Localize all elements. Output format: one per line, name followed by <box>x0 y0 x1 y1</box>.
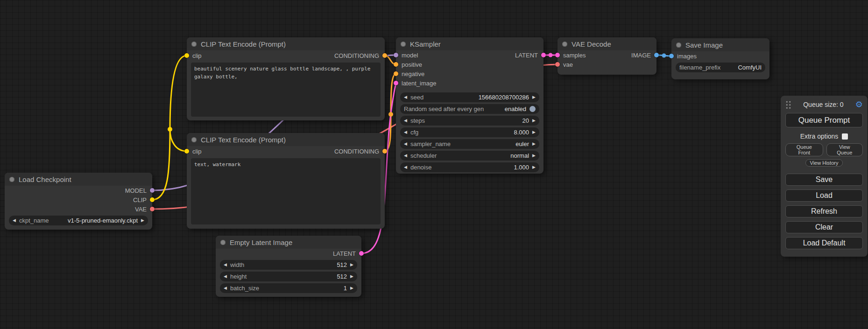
ckpt-name-widget[interactable]: ◀ ckpt_name v1-5-pruned-emaonly.ckpt ▶ <box>9 216 148 225</box>
collapse-dot-icon[interactable] <box>562 42 567 47</box>
width-widget[interactable]: ◀ width 512 ▶ <box>220 260 357 270</box>
node-vae-decode[interactable]: VAE Decode samples IMAGE vae <box>557 37 656 75</box>
positive-prompt-textarea[interactable]: beautiful scenery nature glass bottle la… <box>191 63 381 117</box>
vae-input-port[interactable] <box>555 62 560 67</box>
increment-arrow-icon[interactable]: ▶ <box>350 263 353 267</box>
sampler-name-widget[interactable]: ◀ sampler_name euler ▶ <box>400 139 539 149</box>
save-button[interactable]: Save <box>785 174 863 186</box>
reroute-dot-clip[interactable] <box>168 127 172 132</box>
decrement-arrow-icon[interactable]: ◀ <box>404 95 407 99</box>
node-title-text: Save Image <box>685 41 723 49</box>
denoise-widget[interactable]: ◀ denoise 1.000 ▶ <box>400 162 539 172</box>
widget-label: seed <box>410 94 423 101</box>
view-queue-button[interactable]: View Queue <box>826 143 863 156</box>
decrement-arrow-icon[interactable]: ◀ <box>404 119 407 123</box>
clip-positive-title-bar[interactable]: CLIP Text Encode (Prompt) <box>187 37 385 50</box>
clip-input-port[interactable] <box>184 53 189 58</box>
negative-prompt-textarea[interactable]: text, watermark <box>191 158 381 224</box>
increment-arrow-icon[interactable]: ▶ <box>532 165 536 169</box>
ksampler-title-bar[interactable]: KSampler <box>396 37 543 50</box>
refresh-button[interactable]: Refresh <box>785 205 863 217</box>
decrement-arrow-icon[interactable]: ◀ <box>224 263 227 267</box>
model-output-port[interactable] <box>150 188 155 193</box>
vae-decode-title-bar[interactable]: VAE Decode <box>557 37 656 50</box>
node-ksampler[interactable]: KSampler model LATENT positive negative … <box>396 37 543 174</box>
collapse-dot-icon[interactable] <box>191 42 197 47</box>
collapse-dot-icon[interactable] <box>401 42 406 47</box>
increment-arrow-icon[interactable]: ▶ <box>350 274 353 279</box>
port-label-positive-input: positive <box>402 61 422 68</box>
model-input-port[interactable] <box>394 53 398 57</box>
clear-button[interactable]: Clear <box>785 221 863 233</box>
steps-widget[interactable]: ◀ steps 20 ▶ <box>400 116 539 126</box>
increment-arrow-icon[interactable]: ▶ <box>532 95 536 99</box>
collapse-dot-icon[interactable] <box>9 177 14 182</box>
batch-size-widget[interactable]: ◀ batch_size 1 ▶ <box>220 283 357 293</box>
conditioning-output-port[interactable] <box>382 149 387 154</box>
seed-widget[interactable]: ◀ seed 156680208700286 ▶ <box>400 92 539 102</box>
reroute-dot-conditioning[interactable] <box>388 112 393 117</box>
negative-input-port[interactable] <box>394 71 398 76</box>
positive-input-port[interactable] <box>394 62 398 67</box>
queue-front-button[interactable]: Queue Front <box>785 143 823 156</box>
widget-value: 156680208700286 <box>479 94 529 101</box>
decrement-arrow-icon[interactable]: ◀ <box>404 142 407 146</box>
save-image-title-bar[interactable]: Save Image <box>671 38 769 51</box>
latent-output-port[interactable] <box>359 251 364 256</box>
increment-arrow-icon[interactable]: ▶ <box>532 130 536 134</box>
node-clip-text-encode-negative[interactable]: CLIP Text Encode (Prompt) clip CONDITION… <box>187 133 385 229</box>
increment-arrow-icon[interactable]: ▶ <box>141 218 144 223</box>
decrement-arrow-icon[interactable]: ◀ <box>13 218 16 223</box>
clip-input-port[interactable] <box>184 149 189 154</box>
port-row-clip-conditioning: clip CONDITIONING <box>187 50 385 61</box>
random-seed-toggle-widget[interactable]: Random seed after every gen enabled <box>400 104 539 114</box>
decrement-arrow-icon[interactable]: ◀ <box>404 130 407 134</box>
node-graph-canvas[interactable]: Load Checkpoint MODEL CLIP VAE ◀ ckpt_na… <box>0 0 868 329</box>
node-title-text: Load Checkpoint <box>19 175 71 183</box>
increment-arrow-icon[interactable]: ▶ <box>532 119 536 123</box>
decrement-arrow-icon[interactable]: ◀ <box>224 274 227 279</box>
vae-output-port[interactable] <box>150 207 155 211</box>
node-save-image[interactable]: Save Image images filename_prefix ComfyU… <box>671 38 769 79</box>
cfg-widget[interactable]: ◀ cfg 8.000 ▶ <box>400 127 539 137</box>
collapse-dot-icon[interactable] <box>676 42 681 48</box>
node-clip-text-encode-positive[interactable]: CLIP Text Encode (Prompt) clip CONDITION… <box>187 37 385 120</box>
increment-arrow-icon[interactable]: ▶ <box>532 154 536 158</box>
samples-input-port[interactable] <box>555 53 560 57</box>
latent-image-input-port[interactable] <box>394 81 398 85</box>
clip-output-port[interactable] <box>150 197 155 202</box>
load-checkpoint-title-bar[interactable]: Load Checkpoint <box>5 173 152 186</box>
load-button[interactable]: Load <box>785 189 863 202</box>
height-widget[interactable]: ◀ height 512 ▶ <box>220 272 357 281</box>
increment-arrow-icon[interactable]: ▶ <box>350 286 353 290</box>
conditioning-output-port[interactable] <box>382 53 387 58</box>
queue-prompt-button[interactable]: Queue Prompt <box>785 113 863 127</box>
toggle-icon[interactable] <box>529 106 536 112</box>
scheduler-widget[interactable]: ◀ scheduler normal ▶ <box>400 151 539 161</box>
node-title-text: VAE Decode <box>572 40 611 48</box>
node-load-checkpoint[interactable]: Load Checkpoint MODEL CLIP VAE ◀ ckpt_na… <box>5 173 152 230</box>
filename-prefix-widget[interactable]: filename_prefix ComfyUI <box>676 63 765 72</box>
clip-negative-title-bar[interactable]: CLIP Text Encode (Prompt) <box>187 133 385 146</box>
port-label-vae-input: vae <box>563 61 573 68</box>
reroute-dot-image[interactable] <box>662 54 666 58</box>
decrement-arrow-icon[interactable]: ◀ <box>224 286 227 290</box>
latent-output-port[interactable] <box>541 53 546 57</box>
widget-label: ckpt_name <box>19 217 49 224</box>
load-default-button[interactable]: Load Default <box>785 237 863 249</box>
image-output-port[interactable] <box>654 53 659 57</box>
port-row-model-latent: model LATENT <box>396 50 543 60</box>
node-empty-latent-image[interactable]: Empty Latent Image LATENT ◀ width 512 ▶ … <box>216 236 361 297</box>
settings-gear-icon[interactable]: ⚙ <box>855 100 863 109</box>
extra-options-checkbox[interactable] <box>842 133 848 140</box>
collapse-dot-icon[interactable] <box>191 137 197 142</box>
reroute-dot-latent[interactable] <box>549 53 553 57</box>
decrement-arrow-icon[interactable]: ◀ <box>404 165 407 169</box>
drag-handle-icon[interactable] <box>785 100 791 109</box>
images-input-port[interactable] <box>669 54 674 58</box>
collapse-dot-icon[interactable] <box>220 240 226 245</box>
view-history-button[interactable]: View History <box>805 159 843 167</box>
increment-arrow-icon[interactable]: ▶ <box>532 142 536 146</box>
decrement-arrow-icon[interactable]: ◀ <box>404 154 407 158</box>
empty-latent-title-bar[interactable]: Empty Latent Image <box>216 236 361 249</box>
